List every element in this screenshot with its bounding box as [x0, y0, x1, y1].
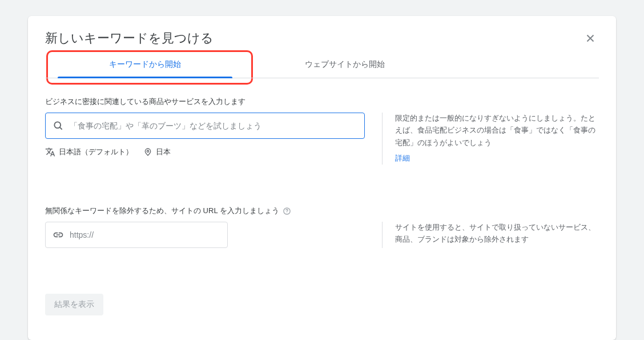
svg-point-1 — [147, 150, 148, 152]
keyword-help-panel: 限定的または一般的になりすぎないようにしましょう。たとえば、食品宅配ビジネスの場… — [382, 113, 599, 165]
url-input-container[interactable]: https:// — [45, 222, 228, 248]
help-icon[interactable] — [283, 207, 291, 215]
dialog-header: 新しいキーワードを見つける — [45, 30, 599, 53]
show-results-button[interactable]: 結果を表示 — [45, 294, 103, 315]
keyword-help-text: 限定的または一般的になりすぎないようにしましょう。たとえば、食品宅配ビジネスの場… — [395, 113, 599, 149]
close-button[interactable] — [582, 30, 599, 47]
dialog-card: 新しいキーワードを見つける キーワードから開始 ウェブサイトから開始 ビジネスに… — [28, 16, 616, 340]
svg-point-3 — [287, 213, 287, 213]
link-icon — [53, 229, 64, 241]
keyword-input-container[interactable] — [45, 113, 365, 139]
details-link[interactable]: 詳細 — [395, 153, 410, 165]
url-help-text: サイトを使用すると、サイトで取り扱っていないサービス、商品、ブランドは対象から除… — [395, 222, 599, 246]
url-placeholder: https:// — [70, 230, 94, 239]
url-section-label-text: 無関係なキーワードを除外するため、サイトの URL を入力しましょう — [45, 206, 279, 216]
translate-icon — [45, 147, 55, 157]
tab-start-with-keywords[interactable]: キーワードから開始 — [45, 53, 245, 78]
filter-chips-row: 日本語（デフォルト） 日本 — [45, 147, 365, 157]
location-chip[interactable]: 日本 — [143, 147, 171, 157]
location-label: 日本 — [156, 147, 171, 157]
close-icon — [584, 32, 597, 45]
keyword-section: ビジネスに密接に関連している商品やサービスを入力します 日本語（デフォルト） — [45, 97, 599, 165]
keyword-section-label: ビジネスに密接に関連している商品やサービスを入力します — [45, 97, 599, 107]
page-title: 新しいキーワードを見つける — [45, 30, 214, 47]
svg-point-0 — [54, 122, 61, 128]
tab-label: キーワードから開始 — [109, 59, 181, 69]
tab-label: ウェブサイトから開始 — [305, 59, 385, 69]
language-chip[interactable]: 日本語（デフォルト） — [45, 147, 133, 157]
tabs: キーワードから開始 ウェブサイトから開始 — [45, 53, 599, 78]
language-label: 日本語（デフォルト） — [59, 147, 133, 157]
keyword-input[interactable] — [70, 121, 357, 130]
url-help-panel: サイトを使用すると、サイトで取り扱っていないサービス、商品、ブランドは対象から除… — [382, 222, 599, 248]
search-icon — [53, 120, 64, 131]
url-section: 無関係なキーワードを除外するため、サイトの URL を入力しましょう https… — [45, 206, 599, 248]
location-icon — [143, 147, 152, 157]
url-section-label: 無関係なキーワードを除外するため、サイトの URL を入力しましょう — [45, 206, 599, 216]
tab-start-with-website[interactable]: ウェブサイトから開始 — [245, 53, 445, 78]
